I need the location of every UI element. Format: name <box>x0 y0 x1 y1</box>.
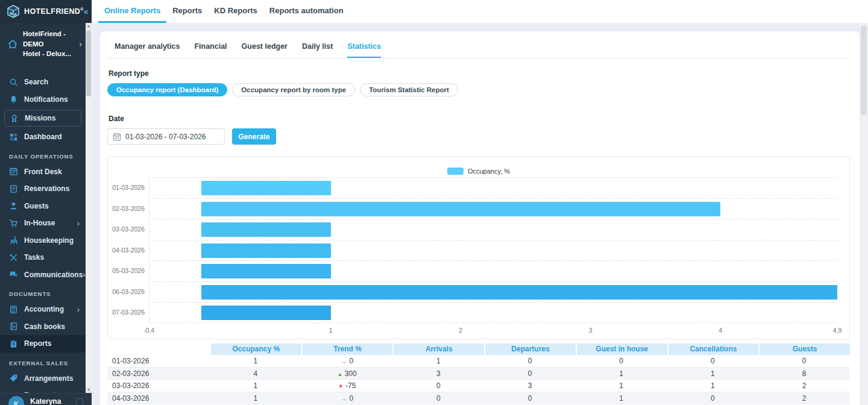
cell-departures: 0 <box>484 355 576 368</box>
tools-icon <box>9 253 18 262</box>
scroll-up-button[interactable]: ▲ <box>86 23 92 29</box>
sidebar-item-cash-books[interactable]: €Cash books <box>0 318 86 336</box>
content-area: Manager analyticsFinancialGuest ledgerDa… <box>92 23 868 405</box>
table-row-01-03-2026: 01-03-20261→ 010000 <box>107 355 850 368</box>
sidebar-item-room-rates[interactable]: Room rates› <box>0 387 86 393</box>
subtab-guest-ledger[interactable]: Guest ledger <box>242 42 288 58</box>
sidebar-item-label: Guests <box>24 202 81 210</box>
svg-text:H: H <box>10 11 13 16</box>
hotel-selector[interactable]: HotelFriend - DEMO Hotel - Delux... › <box>0 23 86 65</box>
table-row-04-03-2026: 04-03-20261→ 000102 <box>107 392 850 405</box>
sidebar-item-front-desk[interactable]: Front Desk <box>0 163 86 181</box>
cell-guest-in-house: 0 <box>576 355 667 368</box>
table-header-occupancy-: Occupancy % <box>210 344 301 355</box>
nav-tab-reports-automation[interactable]: Reports automation <box>263 0 350 23</box>
calendar-icon <box>113 133 121 141</box>
sidebar-item-guests[interactable]: Guests <box>0 198 86 215</box>
subtab-manager-analytics[interactable]: Manager analytics <box>115 42 180 58</box>
logo-text: HOTELFRIEND® <box>24 7 84 16</box>
table-row-03-03-2026: 03-03-20261▼ -7503112 <box>107 380 850 392</box>
sidebar-item-reports[interactable]: Reports <box>0 335 86 353</box>
cell-date: 03-03-2026 <box>107 380 210 392</box>
chart-band <box>149 219 837 240</box>
chat-icon <box>9 270 18 279</box>
page-scrollbar-thumb[interactable] <box>861 25 867 116</box>
sidebar-item-label: Communications <box>24 271 83 279</box>
cell-cancellations: 1 <box>667 380 759 392</box>
bell-icon <box>9 95 18 104</box>
sidebar-item-accounting[interactable]: Accounting› <box>0 301 86 318</box>
logout-icon[interactable] <box>76 398 83 405</box>
occupancy-bar-02-03-2026 <box>201 202 720 216</box>
main-area: Online ReportsReportsKD ReportsReports a… <box>92 0 868 405</box>
top-navigation: Online ReportsReportsKD ReportsReports a… <box>92 0 868 23</box>
sidebar-collapse-icon[interactable]: « <box>84 7 89 16</box>
sidebar-section-daily-operations: DAILY OPERATIONS <box>0 146 86 163</box>
calendar-icon <box>9 167 18 176</box>
chart-category-label: 01-03-2026 <box>108 177 149 198</box>
sidebar-item-label: Accounting <box>24 305 77 313</box>
search-icon <box>9 78 18 87</box>
statistics-table: Occupancy %Trend %ArrivalsDeparturesGues… <box>107 344 850 405</box>
sidebar-item-arrangements[interactable]: Arrangements <box>0 370 86 388</box>
logo-bar: H F HOTELFRIEND® « <box>0 0 92 23</box>
user-area[interactable]: K Kateryna <box>0 393 92 405</box>
report-type-occupancy-report-by-room-type[interactable]: Occupancy report by room type <box>232 83 355 96</box>
sidebar-item-tasks[interactable]: Tasks <box>0 249 86 266</box>
nav-tab-online-reports[interactable]: Online Reports <box>98 0 166 23</box>
housekeeping-icon <box>9 236 18 245</box>
chart-plot <box>149 177 837 323</box>
nav-tab-reports[interactable]: Reports <box>166 0 208 23</box>
chevron-right-icon: › <box>77 219 80 228</box>
sidebar-item-dashboard[interactable]: Dashboard <box>0 128 86 146</box>
subtab-daily-list[interactable]: Daily list <box>302 42 333 58</box>
sidebar-item-label: Front Desk <box>24 168 81 176</box>
reports-card: Manager analyticsFinancialGuest ledgerDa… <box>100 31 860 405</box>
cell-arrivals: 0 <box>392 380 484 392</box>
cell-date: 04-03-2026 <box>107 392 210 405</box>
table-header-cancellations: Cancellations <box>667 344 759 355</box>
sidebar-item-housekeeping[interactable]: Housekeeping <box>0 232 86 250</box>
cell-occupancy: 4 <box>210 368 301 380</box>
occupancy-bar-03-03-2026 <box>201 222 331 237</box>
sidebar-item-in-house[interactable]: In-House› <box>0 215 86 232</box>
cell-guest-in-house: 1 <box>576 392 667 405</box>
sidebar-item-communications[interactable]: Communications› <box>0 266 86 284</box>
scroll-down-button[interactable]: ▼ <box>86 387 92 393</box>
sidebar-item-label: Housekeeping <box>24 236 81 245</box>
report-type-occupancy-report-dashboard-[interactable]: Occupancy report (Dashboard) <box>107 83 227 96</box>
cell-guest-in-house: 1 <box>576 380 667 392</box>
date-label: Date <box>108 115 850 123</box>
sidebar-scrollbar-thumb[interactable] <box>86 30 91 96</box>
chart-band <box>149 198 837 219</box>
cell-date: 01-03-2026 <box>107 355 210 368</box>
sidebar-item-search[interactable]: Search <box>0 74 86 91</box>
cell-occupancy: 1 <box>210 380 301 392</box>
hotelfriend-logo-icon: H F <box>6 4 20 19</box>
chart-x-tick: -0,4 <box>143 327 154 334</box>
cell-occupancy: 1 <box>210 392 301 405</box>
chart-band <box>149 302 837 323</box>
cell-departures: 0 <box>484 368 576 380</box>
table-header-guest-in-house: Guest in house <box>576 344 667 355</box>
sidebar-item-label: Notifications <box>24 95 81 104</box>
chart-legend[interactable]: Occupancy, % <box>108 157 849 177</box>
sidebar-item-missions[interactable]: Missions <box>4 110 81 127</box>
cell-cancellations: 1 <box>667 368 759 380</box>
subtab-statistics[interactable]: Statistics <box>347 42 381 58</box>
chart-category-label: 04-03-2026 <box>108 240 149 261</box>
table-header-row: Occupancy %Trend %ArrivalsDeparturesGues… <box>107 344 850 355</box>
date-range-input[interactable]: 01-03-2026 - 07-03-2026 <box>107 128 225 145</box>
sidebar-item-notifications[interactable]: Notifications <box>0 91 86 108</box>
sidebar-item-reservations[interactable]: Reservations <box>0 180 86 198</box>
nav-tab-kd-reports[interactable]: KD Reports <box>208 0 263 23</box>
sidebar-item-label: In-House <box>24 219 77 227</box>
subtab-financial[interactable]: Financial <box>194 42 227 58</box>
document-icon <box>9 184 18 193</box>
person-icon <box>9 201 18 210</box>
occupancy-bar-07-03-2026 <box>201 306 331 320</box>
report-subtabs: Manager analyticsFinancialGuest ledgerDa… <box>107 31 850 58</box>
svg-text:€: € <box>13 324 16 328</box>
report-type-tourism-statistic-report[interactable]: Tourism Statistic Report <box>360 83 458 96</box>
generate-button[interactable]: Generate <box>232 128 276 145</box>
